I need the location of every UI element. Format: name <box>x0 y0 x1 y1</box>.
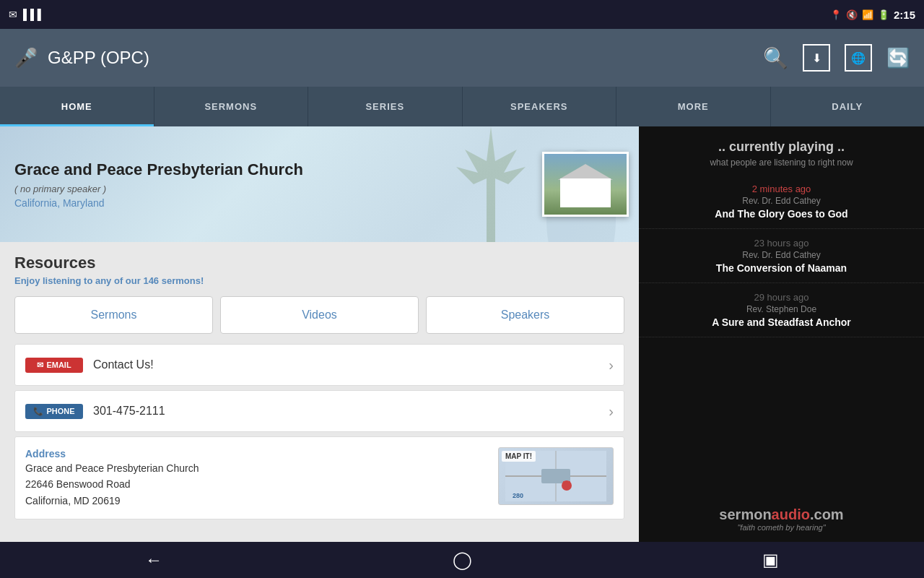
gmail-icon: ✉ <box>9 9 17 20</box>
tab-speakers[interactable]: SPEAKERS <box>463 87 617 126</box>
playing-speaker-0: Rev. Dr. Edd Cathey <box>650 196 912 206</box>
address-line2: 22646 Benswood Road <box>25 476 488 492</box>
playing-item-0[interactable]: 2 minutes ago Rev. Dr. Edd Cathey And Th… <box>639 175 924 229</box>
location-icon: 📍 <box>830 9 842 20</box>
phone-number: 301-475-2111 <box>93 405 165 418</box>
main-content: Grace and Peace Presbyterian Church ( no… <box>0 126 924 542</box>
right-panel: .. currently playing .. what people are … <box>639 126 924 542</box>
church-image <box>544 154 627 215</box>
recent-icon[interactable]: ▣ <box>762 550 779 570</box>
address-line1: Grace and Peace Presbyterian Church <box>25 460 488 476</box>
phone-badge-label: PHONE <box>46 407 74 415</box>
mute-icon: 🔇 <box>846 9 858 20</box>
address-text: Grace and Peace Presbyterian Church 2264… <box>25 460 488 509</box>
resources-title: Resources <box>14 254 624 272</box>
battery-icon: 🔋 <box>878 9 889 20</box>
tab-home[interactable]: HOME <box>0 87 154 126</box>
playing-sermon-2: A Sure and Steadfast Anchor <box>650 316 912 328</box>
tab-more-label: MORE <box>678 101 709 112</box>
brand-tagline: "faith cometh by hearing" <box>650 523 912 532</box>
now-playing-title: .. currently playing .. <box>650 139 912 155</box>
search-icon[interactable]: 🔍 <box>763 46 788 70</box>
brand-suffix: .com <box>810 506 844 522</box>
address-line3: California, MD 20619 <box>25 493 488 509</box>
tab-sermons-label: SERMONS <box>204 101 257 112</box>
primary-speaker: ( no primary speaker ) <box>14 184 624 194</box>
app-bar: 🎤 G&PP (OPC) 🔍 ⬇ 🌐 🔄 <box>0 29 924 87</box>
phone-badge: 📞 PHONE <box>25 404 83 419</box>
contact-phone-left: 📞 PHONE 301-475-2111 <box>25 404 165 419</box>
status-bar: ✉ ▌▌▌ 📍 🔇 📶 🔋 2:15 <box>0 0 924 29</box>
now-playing-header: .. currently playing .. what people are … <box>639 126 924 175</box>
tab-series[interactable]: SERIES <box>308 87 463 126</box>
speakers-button[interactable]: Speakers <box>426 296 624 334</box>
nav-tabs: HOME SERMONS SERIES SPEAKERS MORE DAILY <box>0 87 924 126</box>
videos-button-label: Videos <box>302 309 337 322</box>
playing-item-1[interactable]: 23 hours ago Rev. Dr. Edd Cathey The Con… <box>639 229 924 283</box>
roof-shape <box>558 164 613 180</box>
globe-icon: 🌐 <box>851 51 866 65</box>
contact-phone-item[interactable]: 📞 PHONE 301-475-2111 › <box>14 390 624 432</box>
church-thumbnail <box>542 152 629 217</box>
contact-email-item[interactable]: ✉ EMAIL Contact Us! › <box>14 344 624 386</box>
playing-time-1: 23 hours ago <box>650 238 912 249</box>
email-badge-label: EMAIL <box>46 361 71 369</box>
tab-daily-label: DAILY <box>832 101 863 112</box>
tab-sermons[interactable]: SERMONS <box>154 87 309 126</box>
playing-item-2[interactable]: 29 hours ago Rev. Stephen Doe A Sure and… <box>639 283 924 337</box>
chevron-right-icon: › <box>609 357 614 374</box>
map-it-label: MAP IT! <box>502 451 536 462</box>
playing-time-0: 2 minutes ago <box>650 184 912 194</box>
app-title: G&PP (OPC) <box>48 48 149 68</box>
now-playing-subtitle: what people are listening to right now <box>650 158 912 168</box>
home-icon[interactable]: ◯ <box>453 550 472 570</box>
envelope-icon: ✉ <box>37 361 43 370</box>
resource-buttons: Sermons Videos Speakers <box>14 296 624 334</box>
left-panel: Grace and Peace Presbyterian Church ( no… <box>0 126 639 542</box>
back-icon[interactable]: ← <box>145 550 162 570</box>
tab-home-label: HOME <box>61 101 92 112</box>
sermons-button-label: Sermons <box>90 309 136 322</box>
playing-speaker-1: Rev. Dr. Edd Cathey <box>650 250 912 260</box>
playing-sermon-0: And The Glory Goes to God <box>650 208 912 220</box>
bottom-nav: ← ◯ ▣ <box>0 542 924 578</box>
hero-section: Grace and Peace Presbyterian Church ( no… <box>0 126 639 242</box>
videos-button[interactable]: Videos <box>220 296 419 334</box>
palm-overlay <box>448 126 534 242</box>
brand-prefix: sermon <box>719 506 771 522</box>
sermons-button[interactable]: Sermons <box>14 296 213 334</box>
tab-series-label: SERIES <box>365 101 404 112</box>
speakers-button-label: Speakers <box>501 309 550 322</box>
address-content: Address Grace and Peace Presbyterian Chu… <box>25 447 488 509</box>
church-name: Grace and Peace Presbyterian Church <box>14 160 624 179</box>
tab-more[interactable]: MORE <box>616 87 771 126</box>
app-title-area: 🎤 G&PP (OPC) <box>14 47 149 69</box>
contact-us-label: Contact Us! <box>93 358 154 371</box>
address-label: Address <box>25 448 66 460</box>
map-thumbnail[interactable]: MAP IT! 280 <box>498 447 614 505</box>
wifi-icon: 📶 <box>862 9 873 20</box>
phone-chevron-icon: › <box>609 403 614 420</box>
contact-email-left: ✉ EMAIL Contact Us! <box>25 358 154 373</box>
globe-button[interactable]: 🌐 <box>845 44 872 72</box>
brand-audio: audio <box>772 506 810 522</box>
status-left-icons: ✉ ▌▌▌ <box>9 9 45 20</box>
address-section: Address Grace and Peace Presbyterian Chu… <box>14 436 624 519</box>
download-button[interactable]: ⬇ <box>803 44 830 72</box>
resources-subtitle: Enjoy listening to any of our 146 sermon… <box>14 275 624 286</box>
playing-speaker-2: Rev. Stephen Doe <box>650 304 912 314</box>
time-display: 2:15 <box>894 9 915 21</box>
refresh-icon[interactable]: 🔄 <box>886 47 910 69</box>
playing-time-2: 29 hours ago <box>650 292 912 303</box>
download-icon: ⬇ <box>812 51 821 65</box>
resources-subtitle-suffix: sermons! <box>159 275 204 286</box>
resources-subtitle-prefix: Enjoy listening to any of our <box>14 275 143 286</box>
sermon-audio-branding: sermonaudio.com "faith cometh by hearing… <box>639 467 924 542</box>
playing-sermon-1: The Conversion of Naaman <box>650 262 912 274</box>
tab-daily[interactable]: DAILY <box>771 87 925 126</box>
toolbar-icons: 🔍 ⬇ 🌐 🔄 <box>763 44 910 72</box>
building-shape <box>560 178 611 207</box>
sermon-count: 146 <box>143 275 159 286</box>
brand-text: sermonaudio.com <box>650 506 912 523</box>
signal-icon: ▌▌▌ <box>23 9 45 20</box>
